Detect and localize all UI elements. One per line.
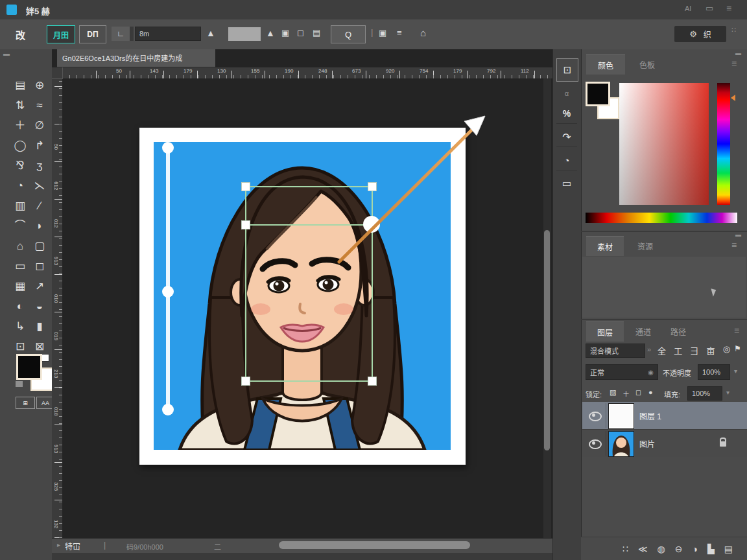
square-icon[interactable]: ◻ bbox=[297, 28, 304, 38]
document-tab[interactable]: Gn02E6Oce1A3Drs的在日中房建为成 bbox=[57, 49, 215, 67]
switch-colors-icon[interactable] bbox=[16, 381, 23, 387]
blend-mode-dropdown[interactable]: 正常 ◉ bbox=[586, 364, 658, 380]
adjustment-slider-track[interactable] bbox=[166, 148, 170, 410]
panel-square-icon[interactable]: ▣ bbox=[379, 28, 386, 38]
vertical-ruler[interactable]: 50612012913010019213018913325132910 bbox=[52, 67, 62, 538]
gear-icon[interactable]: ⚙ bbox=[689, 29, 697, 39]
tool-icon-right[interactable]: ↱ bbox=[31, 138, 48, 154]
tab-channels[interactable]: 通道 bbox=[626, 321, 660, 341]
tool-icon-left[interactable]: ▥ bbox=[12, 198, 29, 214]
filter-type-icon[interactable]: ◎ bbox=[723, 344, 730, 357]
lock-pixels-icon[interactable]: ◻ bbox=[635, 388, 641, 397]
panel-foreground-swatch[interactable] bbox=[586, 82, 610, 106]
lock-position-icon[interactable]: ＋ bbox=[622, 388, 630, 399]
lock-transparent-icon[interactable]: ▨ bbox=[610, 388, 616, 397]
tool-icon-left[interactable]: ▭ bbox=[12, 259, 29, 274]
strip-rect-button[interactable]: ▭ bbox=[556, 174, 577, 193]
zoom-tool-button[interactable]: Q bbox=[331, 25, 366, 43]
opacity-caret-icon[interactable]: ▾ bbox=[734, 368, 737, 375]
tool-icon-left[interactable]: ◐ bbox=[12, 299, 29, 314]
layer-group-icon[interactable]: ◑ bbox=[693, 544, 698, 554]
selection-left-edge[interactable] bbox=[245, 186, 246, 381]
tool-icon-right[interactable]: ⊕ bbox=[31, 78, 48, 93]
tool-icon-right[interactable]: ∅ bbox=[31, 118, 48, 134]
menu-icon[interactable]: ≡ bbox=[726, 3, 731, 14]
filter-caret-icon[interactable]: » bbox=[647, 345, 651, 353]
fill-field[interactable]: 100% bbox=[687, 386, 722, 401]
tool-icon-right[interactable]: ▢ bbox=[31, 239, 48, 254]
tool-icon-right[interactable]: ≈ bbox=[31, 98, 48, 113]
titlebar-ai-icon[interactable]: AI bbox=[685, 5, 691, 12]
layer-thumbnail-white[interactable] bbox=[608, 403, 634, 429]
layer-thumbnail-photo[interactable] bbox=[608, 431, 634, 457]
color-saturation-field[interactable] bbox=[619, 83, 709, 205]
align-lines-icon[interactable]: ≡ bbox=[397, 28, 402, 38]
stamp-icon[interactable]: ⌂ bbox=[420, 27, 426, 38]
foreground-color-swatch[interactable] bbox=[16, 354, 42, 380]
assets-panel-content[interactable] bbox=[582, 257, 746, 318]
tab-assets[interactable]: 素材 bbox=[586, 236, 624, 256]
swatch-blank-button[interactable] bbox=[228, 27, 261, 41]
link-layers-icon[interactable]: ∷ bbox=[622, 544, 628, 554]
layer-mask-icon[interactable]: ◍ bbox=[658, 544, 665, 554]
tool-icon-left[interactable]: ⇅ bbox=[12, 98, 29, 113]
filter-type-icon[interactable]: 工 bbox=[674, 344, 682, 357]
tool-icon-left[interactable]: ⌒ bbox=[12, 218, 29, 234]
color-ramp-bar[interactable] bbox=[586, 213, 737, 223]
corner-tool-button[interactable]: ∟ bbox=[112, 27, 134, 41]
adjustment-layer-icon[interactable]: ⊖ bbox=[675, 544, 683, 554]
visibility-eye-icon[interactable] bbox=[589, 439, 602, 449]
layer-name[interactable]: 图片 bbox=[639, 438, 655, 449]
tool-icon-left[interactable]: ◯ bbox=[12, 138, 29, 154]
tool-icon-left[interactable]: ⊡ bbox=[12, 339, 29, 355]
filter-type-icon[interactable]: 彐 bbox=[690, 344, 698, 357]
tool-icon-left[interactable]: ▦ bbox=[12, 279, 29, 294]
selection-handle-mr-circle[interactable] bbox=[363, 216, 380, 233]
filter-type-icon[interactable]: 亩 bbox=[706, 344, 715, 357]
selection-handle-br[interactable] bbox=[368, 377, 377, 386]
tool-icon-left[interactable]: ◔ bbox=[12, 178, 29, 194]
keyboard-icon[interactable]: ▤ bbox=[313, 28, 320, 38]
tab-paths[interactable]: 路径 bbox=[663, 321, 694, 341]
maximize-icon[interactable]: ▭ bbox=[706, 3, 713, 13]
mode-button[interactable]: DΠ bbox=[79, 25, 106, 43]
size-input[interactable]: 8m bbox=[135, 27, 201, 41]
tool-icon-right[interactable]: ⊠ bbox=[31, 339, 48, 355]
tool-icon-left[interactable]: ＋ bbox=[12, 118, 29, 134]
tab-swatches[interactable]: 色板 bbox=[628, 54, 667, 74]
tool-icon-left[interactable]: ⌂ bbox=[12, 239, 29, 254]
layers-panel-menu-icon[interactable]: ≡ bbox=[734, 325, 739, 336]
status-caret[interactable]: 二 bbox=[214, 541, 221, 552]
quick-mask-button[interactable]: ⊞ bbox=[16, 397, 35, 409]
canvas-vertical-scrollbar[interactable] bbox=[543, 78, 551, 538]
strip-alpha-button[interactable]: α bbox=[556, 86, 577, 101]
layer-row-1[interactable]: 图层 1 bbox=[582, 402, 747, 429]
selection-handle-tl[interactable] bbox=[241, 182, 250, 191]
new-layer-icon[interactable]: ▙ bbox=[707, 544, 715, 554]
selection-bottom-edge[interactable] bbox=[245, 380, 373, 382]
tool-icon-right[interactable]: ◗ bbox=[31, 218, 48, 234]
tool-icon-right[interactable]: ◒ bbox=[31, 299, 48, 314]
layer-name[interactable]: 图层 1 bbox=[639, 410, 661, 421]
tab-resources[interactable]: 资源 bbox=[626, 236, 664, 255]
tool-icon-right[interactable]: ⋋ bbox=[31, 178, 48, 194]
tab-layers[interactable]: 图层 bbox=[586, 321, 624, 342]
layer-effects-icon[interactable]: ≪ bbox=[638, 544, 648, 554]
tool-icon-right[interactable]: ◻ bbox=[31, 259, 48, 274]
opacity-field[interactable]: 100% bbox=[698, 364, 730, 380]
tool-icon-left[interactable]: ▤ bbox=[12, 78, 29, 93]
visibility-eye-icon[interactable] bbox=[589, 412, 602, 421]
image-icon[interactable]: ▲ bbox=[206, 28, 215, 38]
filter-pin-icon[interactable]: ⚑ bbox=[734, 344, 741, 353]
strip-curve-button[interactable]: ↷ bbox=[556, 127, 577, 147]
hue-slider[interactable] bbox=[717, 83, 730, 205]
selection-handle-tr[interactable] bbox=[368, 182, 377, 191]
tool-icon-right[interactable]: ∕ bbox=[31, 198, 48, 214]
assets-panel-menu-icon[interactable]: ≡ bbox=[731, 240, 737, 250]
fill-caret-icon[interactable]: ▾ bbox=[726, 389, 729, 396]
photo-document[interactable] bbox=[139, 128, 466, 465]
image-icon-2[interactable]: ▲ bbox=[266, 28, 275, 38]
horizontal-ruler[interactable]: 5014317913015519024867392075417979211210… bbox=[62, 67, 552, 78]
slider-knob-bottom[interactable] bbox=[162, 404, 174, 415]
assets-panel-collapse-icon[interactable]: ▬ bbox=[735, 231, 741, 238]
